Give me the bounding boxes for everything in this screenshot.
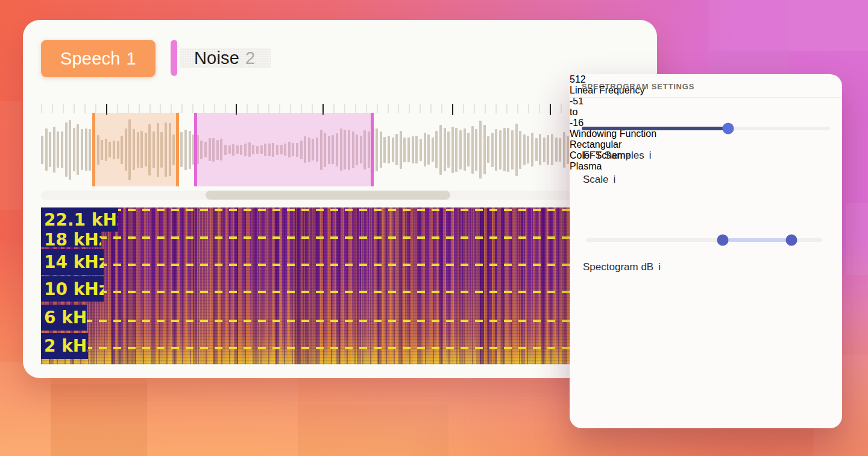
- waveform-bar: [439, 125, 442, 175]
- waveform-bar: [547, 135, 549, 165]
- waveform-bar: [380, 131, 382, 168]
- waveform-bar: [543, 138, 546, 162]
- waveform-bar: [475, 129, 477, 171]
- waveform-bar: [523, 135, 526, 165]
- noise-color-bar: [171, 40, 177, 76]
- ruler-tick: [388, 104, 389, 113]
- db-range-handle-low[interactable]: [717, 235, 729, 246]
- db-to-separator: to: [570, 107, 842, 118]
- panel-divider: [570, 97, 842, 98]
- ruler-tick: [561, 104, 562, 113]
- waveform-bar: [53, 127, 55, 173]
- waveform-bar: [184, 130, 187, 170]
- info-icon[interactable]: i: [614, 174, 616, 186]
- selection-region-noise[interactable]: [194, 113, 374, 186]
- info-icon[interactable]: i: [658, 261, 661, 273]
- windowing-function-select[interactable]: Rectangular: [570, 139, 842, 150]
- waveform-bar: [85, 128, 87, 171]
- waveform-bar: [491, 133, 494, 167]
- freq-gridline: [41, 209, 638, 211]
- waveform-bar: [69, 120, 71, 180]
- selection-region-speech[interactable]: [92, 113, 179, 186]
- ruler-tick: [203, 104, 204, 113]
- waveform-bar: [563, 132, 565, 168]
- waveform-bar: [45, 128, 48, 171]
- zoom-slider-fill: [582, 127, 728, 130]
- waveform-bar: [464, 128, 466, 171]
- ruler-tick: [377, 104, 378, 113]
- ruler-tick: [74, 104, 75, 113]
- ruler-tick: [517, 104, 518, 113]
- ruler-tick: [474, 104, 475, 113]
- waveform-bar: [65, 122, 68, 177]
- ruler-tick: [214, 104, 215, 113]
- ruler-tick: [301, 104, 302, 113]
- spectrogram-db-label-text: Spectogram dB: [583, 261, 653, 273]
- zoom-slider[interactable]: [582, 127, 830, 130]
- spectrogram[interactable]: 22.1 kHz18 kHz14 kHz10 kHz6 kHz2 kHz: [41, 207, 638, 364]
- fft-samples-label-text: FFT Samples: [583, 150, 644, 162]
- ruler-tick: [268, 104, 269, 113]
- track-labels: Speech 1 Noise 2: [41, 40, 271, 77]
- track-label-noise[interactable]: Noise 2: [171, 40, 271, 76]
- horizontal-scrollbar[interactable]: [41, 191, 638, 200]
- waveform-bar: [559, 138, 561, 162]
- scale-label-text: Scale: [583, 174, 609, 186]
- waveform-bar: [495, 129, 497, 171]
- waveform-bar: [61, 131, 63, 168]
- scrollbar-thumb[interactable]: [206, 191, 450, 200]
- fft-samples-label: FFT Samples i: [583, 150, 652, 162]
- freq-gridline: [41, 291, 638, 293]
- mosaic-tile: [51, 384, 147, 456]
- waveform-bar: [180, 132, 183, 167]
- color-scheme-select[interactable]: Plasma: [570, 161, 842, 172]
- color-scheme-value: Plasma: [570, 161, 602, 171]
- freq-label: 6 kHz: [41, 305, 87, 331]
- ruler-tick: [117, 104, 118, 113]
- mosaic-tile: [147, 405, 298, 456]
- waveform-bar: [376, 128, 378, 171]
- mosaic-tile: [846, 203, 868, 275]
- waveform-bar: [89, 129, 91, 171]
- info-icon[interactable]: i: [649, 150, 652, 162]
- freq-gridline: [41, 236, 638, 239]
- ruler-tick: [355, 104, 356, 113]
- waveform-bar: [515, 124, 518, 176]
- ruler-tick: [344, 104, 345, 113]
- waveform-bar: [487, 136, 489, 163]
- waveform-bar: [459, 130, 462, 169]
- track-label-speech[interactable]: Speech 1: [41, 40, 156, 77]
- waveform-bar: [57, 131, 59, 168]
- db-range-slider[interactable]: [586, 238, 822, 242]
- ruler-tick: [225, 104, 226, 113]
- ruler-tick: [550, 104, 551, 115]
- ruler-tick: [139, 104, 140, 113]
- waveform-bar: [567, 136, 569, 164]
- mosaic-tile: [788, 0, 868, 51]
- app-background: Speech 1 Noise 2 22.1 kHz18 kHz14 kHz10 …: [0, 0, 868, 456]
- track-label-speech-number: 1: [127, 49, 136, 69]
- waveform-bar: [388, 136, 390, 163]
- spectrogram-db-label: Spectogram dB i: [583, 261, 661, 273]
- ruler-tick: [312, 104, 313, 113]
- ruler-tick: [192, 104, 193, 113]
- ruler-tick: [149, 104, 151, 113]
- ruler-tick: [84, 104, 86, 113]
- ruler-tick: [279, 104, 280, 113]
- waveform-bar: [503, 128, 506, 171]
- ruler-tick: [247, 104, 248, 113]
- db-range-handle-high[interactable]: [786, 235, 797, 246]
- waveform-bar: [511, 130, 514, 169]
- waveform-bar: [73, 128, 75, 171]
- waveform-bar: [392, 138, 394, 162]
- ruler-tick: [366, 104, 367, 113]
- waveform-bar: [551, 134, 553, 165]
- ruler-tick: [463, 104, 464, 113]
- waveform-bar: [383, 137, 386, 163]
- ruler-tick: [420, 104, 421, 113]
- waveform-bar: [451, 127, 454, 173]
- waveform-bar: [447, 131, 450, 168]
- ruler-tick: [398, 104, 399, 113]
- waveform-area[interactable]: [41, 116, 638, 183]
- zoom-slider-handle[interactable]: [723, 123, 734, 135]
